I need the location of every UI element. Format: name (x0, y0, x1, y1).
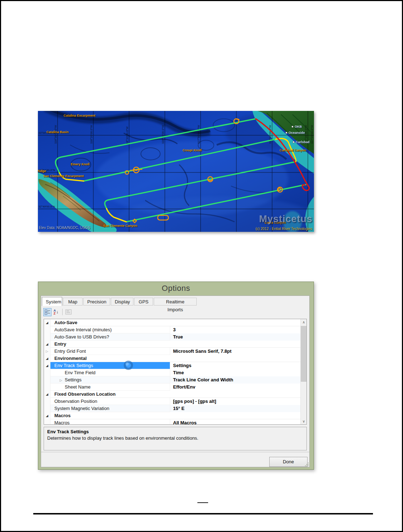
dialog-client-area: System Map Precision Display GPS Realtim… (41, 296, 310, 467)
copyright-credit: (c) 2012 - Entiat River Technologies (256, 227, 312, 231)
property-label: Macros (50, 419, 170, 424)
property-pages-button (64, 308, 73, 316)
button-bar-separator (41, 452, 309, 452)
mysticetus-watermark: Mysticetus (259, 214, 313, 225)
category-row-macros[interactable]: ◢ Macros (44, 412, 300, 419)
property-label: Entry Grid Font (50, 348, 170, 355)
tab-realtime-imports[interactable]: Realtime Imports (154, 298, 197, 306)
tab-display[interactable]: Display (111, 298, 133, 306)
property-label: ▷Settings (50, 376, 170, 384)
property-label: Sheet Name (50, 384, 170, 391)
collapse-icon[interactable]: ◢ (46, 357, 48, 360)
map-label-catalina-escarpment: Catalina Escarpment (64, 114, 95, 117)
scroll-down-icon[interactable]: ∨ (301, 418, 307, 424)
tab-precision[interactable]: Precision (83, 298, 110, 306)
done-button[interactable]: Done (269, 457, 308, 467)
property-label: Env Track Settings (50, 362, 170, 369)
map-label-san-clemente-escarpment: San Clemente Escarpment (43, 175, 84, 178)
property-row-settings[interactable]: ▷Settings Track Line Color and Width (44, 376, 300, 384)
map-label-carlsbad-canyon: Carlsbad Canyon (280, 149, 306, 152)
property-row-sheet-name[interactable]: Sheet Name Effort/Env (44, 384, 300, 391)
toolbar-separator (62, 309, 63, 315)
map-label-ridge: Ridge (38, 170, 46, 173)
lon-label: 117°20'00.0"W (310, 125, 314, 144)
property-label: System Magnetic Variation (50, 405, 170, 412)
footnote-rule (197, 502, 208, 503)
property-value[interactable]: Settings (170, 362, 300, 370)
property-value[interactable]: Time (170, 369, 300, 377)
collapse-icon[interactable]: ◢ (46, 364, 48, 367)
property-label: AutoSave Interval (minutes) (50, 326, 170, 333)
options-dialog: Options System Map Precision Display GPS… (38, 282, 314, 470)
map-label-okb: OKB (295, 125, 302, 128)
description-text: Determines how to display track lines ba… (47, 435, 303, 441)
map-label-emery-knoll: Emery Knoll (71, 163, 90, 166)
category-label: Fixed Observation Location (50, 391, 300, 398)
expand-icon[interactable]: ▷ (46, 350, 48, 353)
category-row-fixed-observation-location[interactable]: ◢ Fixed Observation Location (44, 391, 300, 398)
category-label: Auto-Save (50, 319, 300, 326)
tab-system[interactable]: System (42, 297, 62, 306)
property-row-macros[interactable]: Macros All Macros (44, 419, 300, 424)
lat-label: 32°49'00.0"N (38, 205, 55, 208)
property-label: Observation Position (50, 398, 170, 405)
description-pane: Env Track Settings Determines how to dis… (44, 427, 307, 450)
dialog-title: Options (38, 284, 314, 293)
property-value[interactable]: Track Line Color and Width (170, 376, 300, 384)
collapse-icon[interactable]: ◢ (46, 392, 48, 396)
scroll-up-icon[interactable]: ∧ (301, 319, 307, 325)
survey-map-figure: 118°30'00.0"W 118°20'00.0"W 118°10'00.0"… (38, 111, 314, 232)
elevation-credit: Elev Data: NOAA/NGDC, USGS (39, 226, 90, 230)
scrollbar-thumb[interactable] (301, 326, 307, 382)
category-label: Macros (50, 412, 300, 419)
footer-rule (33, 513, 373, 514)
property-value[interactable]: 3 (170, 326, 300, 334)
tab-map[interactable]: Map (63, 298, 83, 306)
expand-icon[interactable]: ▷ (60, 377, 65, 384)
categorized-icon: + + (45, 309, 50, 314)
lon-label: 117°50'00.0"W (197, 125, 200, 144)
property-value[interactable]: Effort/Env (170, 384, 300, 391)
map-label-san-clemente-canyon: San Clemente Canyon (103, 224, 137, 228)
lon-label: 118°00'00.0"W (161, 125, 164, 144)
property-pages-icon (65, 309, 72, 314)
grid-scrollbar[interactable]: ∧ ∨ (300, 319, 306, 424)
property-value[interactable]: 15° E (170, 405, 300, 413)
document-page: 118°30'00.0"W 118°20'00.0"W 118°10'00.0"… (0, 0, 403, 532)
collapse-icon[interactable]: ◢ (46, 342, 48, 346)
category-row-auto-save[interactable]: ◢ Auto-Save (44, 319, 300, 326)
category-label: Environmental (50, 355, 300, 362)
collapse-icon[interactable]: ◢ (46, 414, 48, 418)
property-grid: ◢ Auto-Save AutoSave Interval (minutes) … (44, 319, 307, 425)
property-grid-rows: ◢ Auto-Save AutoSave Interval (minutes) … (44, 319, 300, 424)
propertygrid-toolbar: + + AZ ↓ (43, 307, 73, 317)
tab-gps[interactable]: GPS (134, 298, 153, 306)
property-value[interactable]: All Macros (170, 419, 300, 424)
lon-label: 118°10'00.0"W (126, 126, 129, 145)
property-row-autosave-usb[interactable]: Auto-Save to USB Drives? True (44, 333, 300, 341)
lon-label: 118°20'00.0"W (90, 125, 93, 144)
resize-grip[interactable] (305, 462, 309, 466)
map-label-catalina-basin: Catalina Basin (46, 131, 69, 134)
category-row-entry[interactable]: ◢ Entry (44, 341, 300, 348)
category-row-environmental[interactable]: ◢ Environmental (44, 355, 300, 362)
description-title: Env Track Settings (47, 429, 303, 434)
property-row-autosave-interval[interactable]: AutoSave Interval (minutes) 3 (44, 326, 300, 333)
property-row-entry-grid-font[interactable]: ▷ Entry Grid Font Microsoft Sans Serif, … (44, 348, 300, 355)
alphabetical-sort-button[interactable]: AZ ↓ (52, 308, 60, 316)
categorized-view-button[interactable]: + + (43, 308, 51, 316)
property-value[interactable]: True (170, 333, 300, 341)
property-value[interactable]: [gps pos] - [gps alt] (170, 398, 300, 405)
map-label-carlsbad: Carlsbad (296, 141, 310, 144)
touch-cursor-indicator (124, 361, 133, 370)
collapse-icon[interactable]: ◢ (46, 321, 48, 324)
property-row-env-track-settings[interactable]: ◢ Env Track Settings Settings (44, 362, 300, 369)
property-value[interactable]: Microsoft Sans Serif, 7.8pt (170, 348, 300, 355)
property-label: Env Time Field (50, 369, 170, 376)
property-row-env-time-field[interactable]: Env Time Field Time (44, 369, 300, 376)
category-label: Entry (50, 341, 300, 348)
property-row-system-magnetic-variation[interactable]: System Magnetic Variation 15° E (44, 405, 300, 412)
property-label: Auto-Save to USB Drives? (50, 333, 170, 341)
property-row-observation-position[interactable]: Observation Position [gps pos] - [gps al… (44, 398, 300, 405)
sort-az-icon: AZ ↓ (54, 309, 59, 315)
